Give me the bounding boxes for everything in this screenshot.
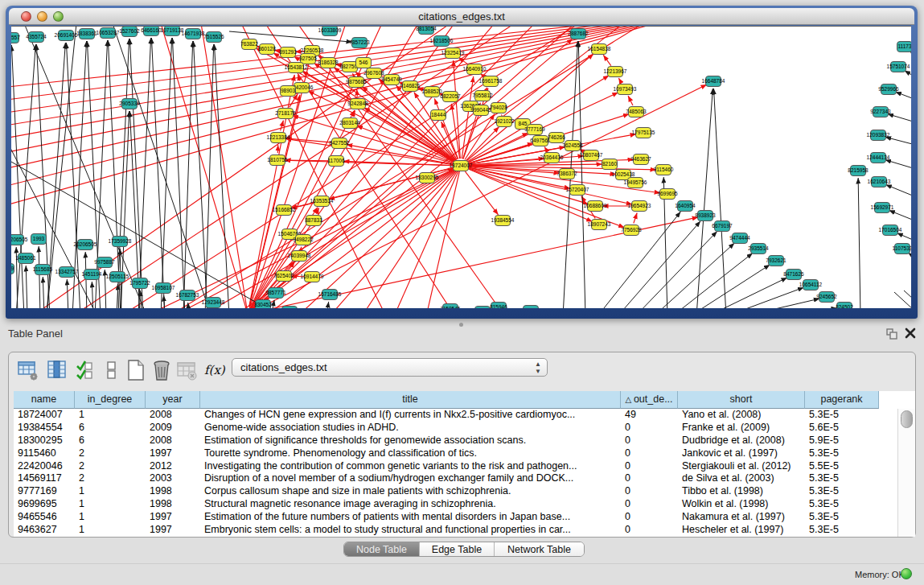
- graph-edge[interactable]: [326, 302, 329, 308]
- delete-column-icon[interactable]: [150, 359, 173, 381]
- graph-node[interactable]: 9242848: [347, 99, 368, 109]
- graph-node[interactable]: 12325419: [441, 48, 465, 59]
- graph-edge[interactable]: [32, 26, 450, 308]
- graph-node[interactable]: 2935514: [748, 244, 769, 254]
- column-header-name[interactable]: name: [14, 391, 75, 409]
- column-header-year[interactable]: year: [146, 391, 200, 409]
- graph-node[interactable]: 11173: [897, 42, 912, 52]
- graph-node[interactable]: 1451194: [82, 270, 102, 280]
- table-cell[interactable]: 22420046: [14, 460, 75, 473]
- table-cell[interactable]: 5.3E-5: [805, 472, 879, 485]
- graph-node[interactable]: 12444134: [867, 153, 890, 163]
- table-row[interactable]: 969969511998Structural magnetic resonanc…: [14, 498, 915, 511]
- column-header-title[interactable]: title: [200, 391, 621, 409]
- graph-node[interactable]: 8427552: [329, 138, 350, 149]
- graph-node[interactable]: 1838361: [76, 29, 97, 39]
- graph-node[interactable]: 12213384: [267, 133, 290, 143]
- table-settings-icon[interactable]: [17, 359, 39, 381]
- graph-edge[interactable]: [486, 88, 487, 89]
- graph-node[interactable]: 887833: [305, 216, 322, 226]
- graph-edge[interactable]: [744, 299, 819, 308]
- table-cell[interactable]: 1: [75, 511, 146, 524]
- table-cell[interactable]: 2008: [146, 435, 200, 447]
- table-cell[interactable]: 0: [621, 485, 678, 498]
- graph-edge[interactable]: [905, 71, 911, 79]
- graph-node[interactable]: 7756928: [621, 225, 642, 236]
- table-cell[interactable]: Genome-wide association studies in ADHD.: [200, 422, 621, 435]
- close-icon[interactable]: [904, 327, 917, 340]
- graph-edge[interactable]: [618, 78, 621, 83]
- graph-node[interactable]: 98903: [281, 86, 296, 97]
- graph-node[interactable]: 2905334: [119, 99, 140, 109]
- graph-edge[interactable]: [26, 266, 27, 308]
- graph-node[interactable]: 82160: [602, 159, 618, 170]
- graph-node[interactable]: 10807467: [580, 150, 603, 161]
- graph-node[interactable]: 860128: [258, 44, 276, 55]
- graph-node[interactable]: 1485061: [15, 253, 36, 264]
- table-cell[interactable]: 2003: [146, 472, 200, 485]
- table-cell[interactable]: 5.6E-5: [805, 422, 879, 435]
- graph-edge[interactable]: [43, 277, 44, 308]
- graph-node[interactable]: 1795722: [129, 278, 150, 289]
- graph-node[interactable]: 8813054: [416, 26, 437, 35]
- graph-node[interactable]: 10958107: [152, 283, 175, 294]
- network-canvas[interactable]: 1872400718300295763822860128891293222605…: [11, 26, 911, 308]
- graph-node[interactable]: 7515526: [203, 32, 224, 43]
- table-cell[interactable]: 5.3E-5: [805, 524, 879, 537]
- graph-node[interactable]: 9245: [524, 306, 539, 309]
- graph-node[interactable]: 1921022: [494, 117, 515, 127]
- table-cell[interactable]: 9463627: [14, 524, 75, 537]
- graph-node[interactable]: 6822057: [440, 92, 461, 102]
- graph-node[interactable]: 1527602: [119, 27, 140, 37]
- graph-edge[interactable]: [426, 166, 461, 308]
- graph-node[interactable]: 16353534: [310, 196, 334, 207]
- graph-node[interactable]: 7386372: [556, 169, 577, 179]
- graph-node[interactable]: 9875685: [346, 77, 367, 88]
- graph-node[interactable]: 14671938: [182, 29, 205, 39]
- table-cell[interactable]: 5.9E-5: [805, 435, 879, 447]
- graph-node[interactable]: 15166852: [273, 205, 296, 216]
- graph-node[interactable]: 17975135: [632, 128, 655, 138]
- graph-edge[interactable]: [285, 160, 329, 161]
- scrollbar-thumb[interactable]: [901, 410, 913, 428]
- memory-status-icon[interactable]: [901, 568, 912, 579]
- table-cell[interactable]: Disruption of a novel member of a sodium…: [200, 472, 621, 485]
- table-scrollbar[interactable]: [897, 409, 915, 537]
- table-cell[interactable]: 1: [75, 498, 146, 511]
- table-cell[interactable]: 2: [75, 460, 146, 473]
- table-row[interactable]: 911546021997Tourette syndrome. Phenomeno…: [14, 447, 915, 460]
- graph-edge[interactable]: [895, 92, 911, 101]
- graph-node[interactable]: 19654923: [628, 201, 651, 212]
- table-cell[interactable]: 18300295: [14, 435, 75, 447]
- graph-node[interactable]: 16640910: [463, 64, 487, 75]
- table-cell[interactable]: 14569117: [14, 472, 75, 485]
- graph-node[interactable]: 8471626: [783, 270, 804, 280]
- table-cell[interactable]: Wolkin et al. (1998): [678, 498, 805, 511]
- table-cell[interactable]: Hescheler et al. (1997): [678, 524, 805, 537]
- graph-node[interactable]: 19495756: [624, 178, 647, 188]
- table-cell[interactable]: Embryonic stem cells: a model to study s…: [200, 524, 621, 537]
- graph-node[interactable]: 815946: [490, 303, 507, 309]
- graph-node[interactable]: 7625402: [273, 271, 294, 282]
- float-icon[interactable]: [885, 328, 898, 340]
- table-cell[interactable]: 0: [621, 524, 678, 537]
- table-cell[interactable]: 1997: [146, 511, 200, 524]
- table-cell[interactable]: de Silva et al. (2003): [678, 472, 805, 485]
- graph-edge[interactable]: [183, 41, 193, 308]
- table-cell[interactable]: 1: [75, 485, 146, 498]
- graph-node[interactable]: 16914479: [301, 272, 324, 282]
- table-cell[interactable]: 0: [621, 460, 678, 473]
- column-header-out_de[interactable]: △ out_de...: [621, 391, 678, 409]
- graph-node[interactable]: 794028: [490, 103, 507, 113]
- table-cell[interactable]: 9777169: [14, 485, 75, 498]
- graph-node[interactable]: 19384554: [491, 216, 515, 226]
- table-cell[interactable]: Estimation of the future numbers of pati…: [200, 511, 621, 524]
- graph-node[interactable]: 3777169: [524, 125, 545, 135]
- table-row[interactable]: 1456911722003Disruption of a novel membe…: [14, 472, 915, 485]
- graph-node[interactable]: 1810755: [267, 155, 288, 166]
- table-cell[interactable]: Nakamura et al. (1997): [678, 511, 805, 524]
- graph-node[interactable]: 14039948: [288, 251, 311, 262]
- graph-node[interactable]: 546: [356, 58, 372, 68]
- tab-network-table[interactable]: Network Table: [494, 542, 584, 556]
- table-cell[interactable]: 5.3E-5: [805, 409, 879, 422]
